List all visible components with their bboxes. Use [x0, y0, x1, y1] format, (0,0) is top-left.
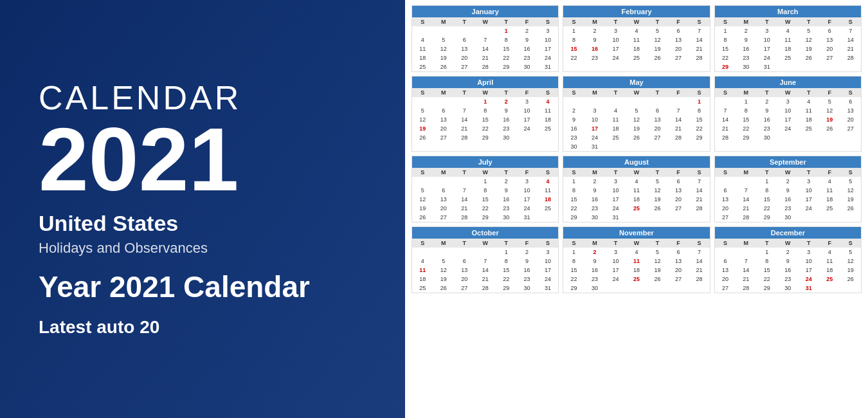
day-cell: 17 [584, 124, 605, 133]
day-cell: 25 [538, 204, 558, 213]
day-cell: 23 [496, 124, 516, 133]
day-cell: 4 [626, 248, 647, 257]
day-cell: 10 [605, 186, 626, 195]
empty-cell [736, 248, 756, 257]
day-cell: 22 [496, 53, 516, 62]
day-cell: 10 [605, 35, 626, 44]
day-cell: 5 [412, 186, 433, 195]
month-block: NovemberSMTWTFS1234567891011121314151617… [563, 226, 710, 293]
day-cell: 5 [412, 106, 433, 115]
day-cell: 3 [538, 26, 558, 35]
day-cell: 6 [433, 186, 453, 195]
empty-cell [433, 248, 453, 257]
day-cell: 26 [799, 53, 819, 62]
day-cell: 20 [840, 115, 861, 124]
day-cell: 12 [412, 115, 433, 124]
day-cell: 25 [777, 53, 798, 62]
day-cell: 3 [605, 177, 626, 186]
day-cell: 23 [584, 204, 605, 213]
day-cell: 20 [715, 275, 736, 284]
day-cell: 12 [433, 44, 453, 53]
day-cell: 7 [715, 106, 736, 115]
day-cell: 18 [412, 53, 433, 62]
day-cell: 18 [626, 266, 647, 275]
day-cell: 12 [647, 257, 667, 266]
day-cell: 9 [496, 186, 516, 195]
day-cell: 1 [563, 177, 584, 186]
day-cell: 15 [475, 195, 495, 204]
day-cell: 21 [689, 195, 709, 204]
day-cell: 30 [496, 213, 516, 222]
day-cell: 16 [563, 124, 584, 133]
day-cell: 17 [777, 115, 798, 124]
day-cell: 21 [475, 53, 495, 62]
day-cell: 23 [777, 275, 798, 284]
day-cell: 3 [799, 248, 819, 257]
month-header: April [412, 77, 558, 88]
day-cell: 28 [475, 284, 495, 293]
day-cell: 12 [840, 257, 861, 266]
empty-cell [605, 97, 626, 106]
days-grid: 1234567891011121314151617181920212223242… [715, 248, 861, 293]
month-header: January [412, 6, 558, 17]
day-cell: 19 [433, 53, 453, 62]
days-grid: 1234567891011121314151617181920212223242… [412, 26, 558, 71]
month-header: September [715, 156, 861, 168]
day-cell: 4 [538, 97, 558, 106]
day-cell: 21 [475, 275, 495, 284]
day-cell: 10 [538, 35, 558, 44]
day-cell: 31 [605, 213, 626, 222]
days-grid: 1234567891011121314151617181920212223242… [563, 26, 709, 62]
day-cell: 13 [668, 35, 689, 44]
days-header: SMTWTFS [563, 168, 709, 177]
day-cell: 7 [736, 186, 756, 195]
day-cell: 31 [516, 213, 537, 222]
day-cell: 20 [454, 53, 475, 62]
day-cell: 26 [647, 275, 667, 284]
day-cell: 9 [563, 115, 584, 124]
days-header: SMTWTFS [715, 17, 861, 26]
days-header: SMTWTFS [563, 239, 709, 248]
day-cell: 8 [563, 186, 584, 195]
day-cell: 27 [819, 53, 840, 62]
day-cell: 4 [412, 35, 433, 44]
day-cell: 6 [668, 248, 689, 257]
day-cell: 13 [715, 266, 736, 275]
day-cell: 8 [715, 35, 736, 44]
day-cell: 1 [689, 97, 709, 106]
day-cell: 5 [647, 248, 667, 257]
empty-cell [715, 248, 736, 257]
day-cell: 22 [757, 275, 777, 284]
day-cell: 24 [605, 275, 626, 284]
day-cell: 10 [584, 115, 605, 124]
empty-cell [454, 248, 475, 257]
day-cell: 21 [736, 275, 756, 284]
day-cell: 23 [563, 133, 584, 142]
day-cell: 18 [412, 275, 433, 284]
month-header: August [563, 156, 709, 168]
day-cell: 26 [412, 213, 433, 222]
day-cell: 1 [563, 248, 584, 257]
day-cell: 28 [668, 133, 689, 142]
day-cell: 26 [433, 62, 453, 71]
day-cell: 25 [626, 275, 647, 284]
day-cell: 9 [584, 35, 605, 44]
day-cell: 23 [516, 53, 537, 62]
days-header: SMTWTFS [412, 88, 558, 97]
day-cell: 18 [819, 195, 840, 204]
day-cell: 24 [538, 275, 558, 284]
day-cell: 6 [819, 26, 840, 35]
day-cell: 1 [475, 177, 495, 186]
days-header: SMTWTFS [412, 168, 558, 177]
day-cell: 9 [757, 106, 777, 115]
day-cell: 14 [715, 115, 736, 124]
day-cell: 30 [496, 133, 516, 142]
right-panel[interactable]: JanuarySMTWTFS12345678910111213141516171… [405, 0, 868, 418]
empty-cell [584, 97, 605, 106]
day-cell: 2 [584, 26, 605, 35]
day-cell: 6 [715, 186, 736, 195]
day-cell: 27 [433, 213, 453, 222]
day-cell: 5 [433, 35, 453, 44]
day-cell: 4 [819, 177, 840, 186]
day-cell: 21 [736, 204, 756, 213]
